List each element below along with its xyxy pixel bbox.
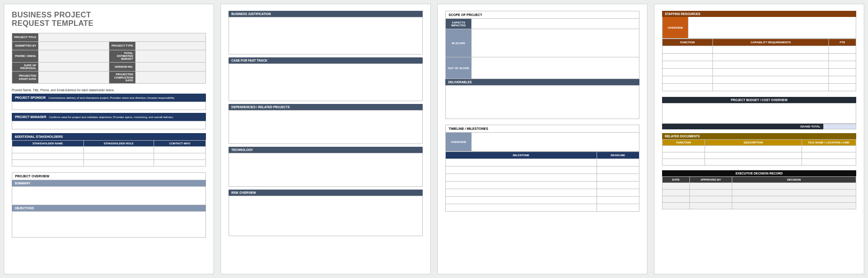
table-row[interactable] bbox=[446, 182, 639, 189]
val-proj-end[interactable] bbox=[135, 71, 206, 84]
val-phone-email[interactable] bbox=[39, 50, 109, 62]
val-project-title[interactable] bbox=[39, 33, 206, 41]
staffing-overview-lbl: OVERVIEW bbox=[662, 17, 688, 39]
objectives-box[interactable] bbox=[12, 211, 206, 238]
val-total-budget[interactable] bbox=[135, 50, 206, 62]
scope-head: SCOPE OF PROJECT bbox=[445, 11, 639, 19]
lbl-proj-end: PROJECTED COMPLETION DATE bbox=[109, 71, 135, 84]
lbl-project-title: PROJECT TITLE bbox=[12, 33, 39, 41]
manager-sub: Confirms need for project and validates … bbox=[49, 116, 173, 119]
lbl-date-proposal: DATE OF PROPOSAL bbox=[12, 62, 39, 71]
sponsor-label: PROJECT SPONSOR bbox=[15, 96, 46, 99]
grand-total-lbl: GRAND TOTAL bbox=[662, 124, 823, 129]
table-row[interactable] bbox=[446, 159, 639, 167]
manager-box[interactable] bbox=[12, 121, 206, 129]
table-row[interactable] bbox=[663, 61, 856, 69]
table-row[interactable] bbox=[446, 189, 639, 197]
case-fast-track-bar: CASE FOR FAST TRACK bbox=[229, 57, 423, 64]
table-row[interactable] bbox=[663, 76, 856, 84]
col-capability: CAPABILITY REQUIREMENTS bbox=[712, 39, 829, 46]
table-row[interactable] bbox=[12, 160, 206, 167]
val-version-no[interactable] bbox=[135, 62, 206, 71]
table-row[interactable] bbox=[663, 183, 856, 190]
related-docs-table: FUNCTION DESCRIPTION FILE NAME / LOCATIO… bbox=[662, 139, 856, 166]
col-edr-approved: APPROVED BY bbox=[689, 177, 732, 183]
val-proj-start[interactable] bbox=[39, 71, 109, 84]
related-docs-bar: RELATED DOCUMENTS bbox=[662, 133, 856, 139]
val-project-type[interactable] bbox=[135, 41, 206, 50]
budget-head: PROJECT BUDGET / COST OVERVIEW bbox=[662, 97, 856, 103]
lbl-submitted-by: SUBMITTED BY bbox=[12, 41, 39, 50]
table-row[interactable] bbox=[12, 147, 206, 153]
edr-head: EXECUTIVE DECISION RECORD bbox=[662, 170, 856, 176]
budget-box[interactable] bbox=[662, 103, 856, 124]
stakeholder-table: STAKEHOLDER NAME STAKEHOLDER ROLE CONTAC… bbox=[12, 140, 206, 167]
col-sh-contact: CONTACT INFO bbox=[154, 141, 206, 147]
in-scope-lbl: IN SCOPE bbox=[445, 29, 472, 57]
aspects-impacted-val[interactable] bbox=[472, 19, 639, 29]
milestone-table: MILESTONE DEADLINE bbox=[445, 151, 639, 212]
col-deadline: DEADLINE bbox=[597, 152, 639, 159]
page-3: SCOPE OF PROJECT ASPECTS IMPACTED IN SCO… bbox=[437, 4, 647, 274]
sponsor-box[interactable] bbox=[12, 102, 206, 110]
table-row[interactable] bbox=[663, 146, 856, 152]
risk-overview-box[interactable] bbox=[229, 196, 423, 236]
table-row[interactable] bbox=[663, 203, 856, 209]
out-scope-val[interactable] bbox=[472, 57, 639, 79]
table-row[interactable] bbox=[663, 84, 856, 91]
col-sh-role: STAKEHOLDER ROLE bbox=[83, 141, 154, 147]
timeline-overview-lbl: OVERVIEW bbox=[445, 133, 472, 151]
business-justification-box[interactable] bbox=[229, 17, 423, 55]
technology-bar: TECHNOLOGY bbox=[229, 147, 423, 153]
table-row[interactable] bbox=[663, 69, 856, 76]
timeline-overview-val[interactable] bbox=[472, 133, 639, 151]
doc-title: BUSINESS PROJECT REQUEST TEMPLATE bbox=[12, 11, 206, 28]
col-edr-date: DATE bbox=[663, 177, 690, 183]
col-edr-decision: DECISION bbox=[732, 177, 856, 183]
timeline-head: TIMELINE / MILESTONES bbox=[445, 125, 639, 133]
grand-total-row: GRAND TOTAL bbox=[662, 124, 856, 129]
page-2: BUSINESS JUSTIFICATION CASE FOR FAST TRA… bbox=[221, 4, 431, 274]
val-submitted-by[interactable] bbox=[39, 41, 109, 50]
deliverables-box[interactable] bbox=[445, 85, 639, 119]
table-row[interactable] bbox=[446, 174, 639, 182]
table-row[interactable] bbox=[12, 153, 206, 160]
intake-table: PROJECT TITLE SUBMITTED BY PROJECT TYPE … bbox=[12, 33, 206, 84]
table-row[interactable] bbox=[663, 190, 856, 196]
col-rel-desc: DESCRIPTION bbox=[705, 140, 802, 146]
title-line-2: REQUEST TEMPLATE bbox=[12, 19, 93, 27]
table-row[interactable] bbox=[446, 204, 639, 212]
summary-box[interactable] bbox=[12, 186, 206, 205]
val-date-proposal[interactable] bbox=[39, 62, 109, 71]
table-row[interactable] bbox=[663, 46, 856, 54]
staffing-table: FUNCTION CAPABILITY REQUIREMENTS FTE bbox=[662, 39, 856, 91]
stakeholder-instruction: Provide Name, Title, Phone, and Email Ad… bbox=[12, 88, 206, 92]
table-row[interactable] bbox=[663, 196, 856, 203]
col-milestone: MILESTONE bbox=[446, 152, 597, 159]
col-rel-function: FUNCTION bbox=[663, 140, 705, 146]
lbl-version-no: VERSION NO. bbox=[109, 62, 135, 71]
in-scope-val[interactable] bbox=[472, 29, 639, 57]
manager-label: PROJECT MANAGER bbox=[15, 115, 46, 119]
technology-box[interactable] bbox=[229, 153, 423, 187]
table-row[interactable] bbox=[446, 197, 639, 204]
grand-total-val[interactable] bbox=[823, 124, 856, 129]
table-row[interactable] bbox=[663, 54, 856, 61]
table-row[interactable] bbox=[663, 152, 856, 159]
sponsor-sub: Commissions delivery of and champions pr… bbox=[49, 96, 174, 99]
col-rel-file: FILE NAME / LOCATION / LINK bbox=[802, 140, 856, 146]
dependencies-bar: DEPENDENCIES / RELATED PROJECTS bbox=[229, 104, 423, 110]
project-overview-head: PROJECT OVERVIEW bbox=[12, 172, 206, 180]
project-sponsor-band: PROJECT SPONSOR Commissions delivery of … bbox=[12, 94, 206, 102]
col-sh-name: STAKEHOLDER NAME bbox=[12, 141, 84, 147]
case-fast-track-box[interactable] bbox=[229, 64, 423, 101]
edr-table: DATE APPROVED BY DECISION bbox=[662, 176, 856, 209]
lbl-project-type: PROJECT TYPE bbox=[109, 41, 135, 50]
dependencies-box[interactable] bbox=[229, 110, 423, 144]
staffing-overview-val[interactable] bbox=[688, 17, 856, 39]
page-4: STAFFING RESOURCES OVERVIEW FUNCTION CAP… bbox=[654, 4, 864, 274]
col-fte: FTE bbox=[829, 39, 856, 46]
page-1: BUSINESS PROJECT REQUEST TEMPLATE PROJEC… bbox=[4, 4, 214, 274]
table-row[interactable] bbox=[446, 167, 639, 174]
table-row[interactable] bbox=[663, 159, 856, 166]
